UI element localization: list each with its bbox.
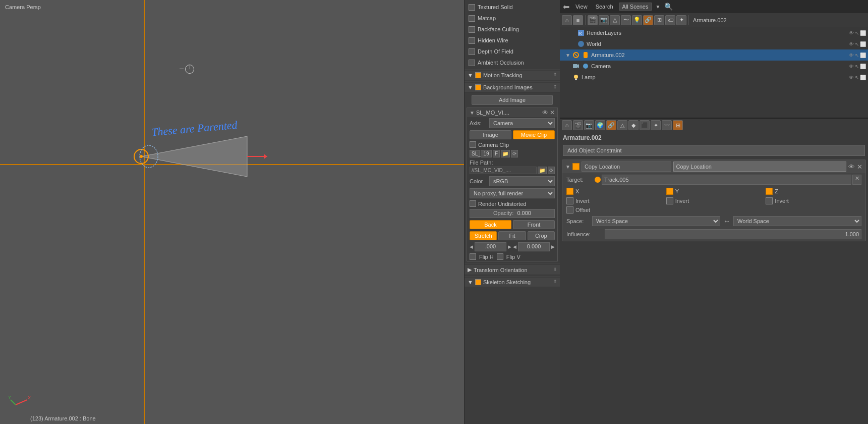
matcap-checkbox[interactable] xyxy=(469,15,475,22)
search-button[interactable]: Search xyxy=(594,3,615,11)
y-val-field[interactable]: 0.000 xyxy=(518,242,550,251)
fit-button[interactable]: Fit xyxy=(498,231,526,240)
motion-tracking-header[interactable]: ▼ Motion Tracking ⠿ xyxy=(465,71,560,80)
cns-world-icon[interactable]: 🌍 xyxy=(595,120,605,130)
armature-render-icon[interactable]: ⬜ xyxy=(860,52,866,58)
transform-orientation-header[interactable]: ▶ Transform Orientation ⠿ xyxy=(465,265,560,275)
cns-data-icon[interactable]: △ xyxy=(617,120,627,130)
textured-solid-checkbox[interactable] xyxy=(469,4,475,11)
camera-vis-icon[interactable]: 👁 xyxy=(849,64,854,69)
lamp-vis-icon[interactable]: 👁 xyxy=(849,75,854,80)
target-input[interactable] xyxy=(602,175,851,185)
renderlayers-sel-icon[interactable]: ↖ xyxy=(855,30,859,36)
world-sel-icon[interactable]: ↖ xyxy=(855,41,859,47)
tree-item-camera[interactable]: Camera 👁 ↖ ⬜ xyxy=(560,61,868,72)
camera-render-icon[interactable]: ⬜ xyxy=(860,64,866,69)
cns-phys-icon[interactable]: 〰 xyxy=(662,120,672,130)
viewport[interactable]: Camera Persp These are Parented xyxy=(0,0,464,424)
shading-backface[interactable]: Backface Culling xyxy=(465,24,560,35)
constraint-close-icon[interactable]: ✕ xyxy=(857,163,862,171)
cns-bone-icon[interactable]: ⊞ xyxy=(673,120,683,130)
movie-close-icon[interactable]: ✕ xyxy=(550,109,555,116)
crop-button[interactable]: Crop xyxy=(528,231,555,240)
cns-tex-icon[interactable]: ⬛ xyxy=(640,120,650,130)
cns-render-icon[interactable]: 📷 xyxy=(584,120,594,130)
stretch-button[interactable]: Stretch xyxy=(470,231,497,240)
add-constraint-button[interactable]: Add Object Constraint xyxy=(563,145,865,156)
tree-item-lamp[interactable]: Lamp 👁 ↖ ⬜ xyxy=(560,72,868,83)
x-dec-arrow[interactable]: ◀ xyxy=(470,244,473,249)
background-images-header[interactable]: ▼ Background Images ⠿ xyxy=(465,83,560,92)
cns-mat-icon[interactable]: ◆ xyxy=(628,120,639,130)
space2-select[interactable]: World Space xyxy=(733,216,861,226)
ao-checkbox[interactable] xyxy=(469,60,475,66)
file-path-sync[interactable]: ⟳ xyxy=(548,167,555,174)
armature-vis-icon[interactable]: 👁 xyxy=(849,52,854,58)
skeleton-checkbox[interactable] xyxy=(475,279,481,285)
constraint-name-field[interactable] xyxy=(673,162,846,172)
proxy-select[interactable]: No proxy, full render xyxy=(470,188,555,198)
y-inc-arrow[interactable]: ▶ xyxy=(551,244,555,249)
influence-field[interactable] xyxy=(605,229,861,239)
dof-checkbox[interactable] xyxy=(469,48,475,55)
all-scenes-button[interactable]: All Scenes xyxy=(619,3,652,11)
opacity-field[interactable]: Opacity: 0.000 xyxy=(470,209,555,218)
toolbar-cam-icon[interactable]: 📷 xyxy=(599,15,609,25)
cns-home-icon[interactable]: ⌂ xyxy=(562,120,572,130)
target-clear-button[interactable]: ✕ xyxy=(852,175,861,185)
tree-item-world[interactable]: World 👁 ↖ ⬜ xyxy=(560,38,868,49)
constraint-expand-arrow[interactable]: ▼ xyxy=(565,164,570,170)
constraint-enabled-checkbox[interactable] xyxy=(572,163,580,170)
lamp-sel-icon[interactable]: ↖ xyxy=(855,75,859,80)
offset-checkbox[interactable] xyxy=(566,206,573,214)
toolbar-particle-icon[interactable]: ✦ xyxy=(676,15,686,25)
world-render-icon[interactable]: ⬜ xyxy=(860,41,866,47)
world-vis-icon[interactable]: 👁 xyxy=(849,41,854,47)
shading-textured-solid[interactable]: Textured Solid xyxy=(465,2,560,13)
y-dec-arrow[interactable]: ◀ xyxy=(513,244,516,249)
camera-clip-checkbox[interactable] xyxy=(470,141,476,148)
toolbar-bone-icon[interactable]: ⊞ xyxy=(654,15,664,25)
hidden-wire-checkbox[interactable] xyxy=(469,37,475,44)
constraint-type-button[interactable]: Copy Location xyxy=(582,162,671,172)
view-button[interactable]: View xyxy=(573,3,590,11)
x-inc-arrow[interactable]: ▶ xyxy=(508,244,511,249)
render-undistorted-checkbox[interactable] xyxy=(470,200,476,207)
toolbar-curve-icon[interactable]: 〜 xyxy=(621,15,631,25)
x-val-field[interactable]: .000 xyxy=(475,242,506,251)
renderlayers-vis-icon[interactable]: 👁 xyxy=(849,30,854,36)
toolbar-mesh-icon[interactable]: △ xyxy=(610,15,620,25)
tree-item-renderlayers[interactable]: R RenderLayers 👁 ↖ ⬜ xyxy=(560,27,868,38)
shading-dof[interactable]: Depth Of Field xyxy=(465,46,560,57)
toolbar-home-icon[interactable]: ⌂ xyxy=(562,15,572,25)
space1-select[interactable]: World Space xyxy=(592,216,720,226)
back-button[interactable]: Back xyxy=(470,220,511,229)
front-button[interactable]: Front xyxy=(513,220,555,229)
y-checkbox[interactable] xyxy=(666,188,673,195)
armature-arrow[interactable]: ▼ xyxy=(565,52,570,58)
image-button[interactable]: Image xyxy=(470,130,511,139)
cns-scene-icon[interactable]: 🎬 xyxy=(573,120,583,130)
cns-obj-icon[interactable]: 🔗 xyxy=(606,120,616,130)
file-refresh-icon[interactable]: ⟳ xyxy=(511,150,518,157)
backface-checkbox[interactable] xyxy=(469,26,475,33)
file-path-field[interactable]: //SL_MO_VID_.... xyxy=(470,167,537,174)
file-path-folder[interactable]: 📁 xyxy=(538,167,547,174)
motion-tracking-checkbox[interactable] xyxy=(475,72,481,78)
add-image-button[interactable]: Add Image xyxy=(472,95,553,105)
renderlayers-render-icon[interactable]: ⬜ xyxy=(860,30,866,36)
camera-sel-icon[interactable]: ↖ xyxy=(855,64,859,69)
all-scenes-arrow[interactable]: ▼ xyxy=(656,4,661,10)
lamp-render-icon[interactable]: ⬜ xyxy=(860,75,866,80)
outliner-search-icon[interactable]: 🔍 xyxy=(664,3,673,11)
invert-y-checkbox[interactable] xyxy=(666,197,673,204)
file-folder-icon[interactable]: 📁 xyxy=(501,150,510,157)
shading-ao[interactable]: Ambient Occlusion xyxy=(465,57,560,68)
constraint-eye-icon[interactable]: 👁 xyxy=(848,163,855,171)
background-images-checkbox[interactable] xyxy=(475,84,481,90)
toolbar-list-icon[interactable]: ≡ xyxy=(573,15,583,25)
toolbar-lamp-icon[interactable]: 💡 xyxy=(632,15,642,25)
z-checkbox[interactable] xyxy=(766,188,773,195)
invert-z-checkbox[interactable] xyxy=(766,197,773,204)
shading-hidden-wire[interactable]: Hidden Wire xyxy=(465,35,560,46)
